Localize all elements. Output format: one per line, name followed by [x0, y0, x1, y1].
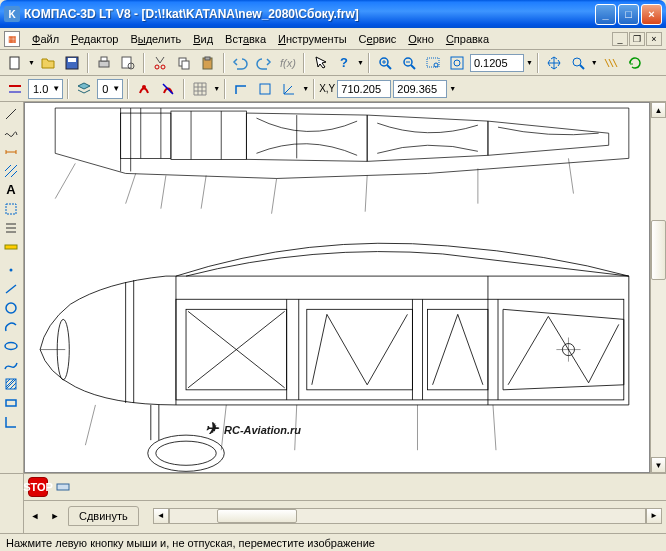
paste-button[interactable]: [197, 52, 219, 74]
copy-button[interactable]: [173, 52, 195, 74]
menu-tools[interactable]: Инструменты: [272, 31, 353, 47]
snap-point-button[interactable]: [133, 78, 155, 100]
layers-button[interactable]: [73, 78, 95, 100]
dropdown-arrow-icon[interactable]: ▼: [591, 59, 598, 66]
help-button[interactable]: ?: [333, 52, 355, 74]
scroll-down-button[interactable]: ▼: [651, 457, 666, 473]
svg-point-36: [6, 303, 16, 313]
separator: [224, 79, 226, 99]
menu-view[interactable]: Вид: [187, 31, 219, 47]
vertical-scrollbar[interactable]: ▲ ▼: [650, 102, 666, 473]
angle-button[interactable]: [254, 78, 276, 100]
menu-service[interactable]: Сервис: [353, 31, 403, 47]
grid-button[interactable]: [189, 78, 211, 100]
new-button[interactable]: [4, 52, 26, 74]
segment-tool[interactable]: [0, 279, 22, 298]
rect-tool[interactable]: [0, 393, 22, 412]
scroll-thumb-h[interactable]: [217, 509, 297, 523]
menu-edit[interactable]: Редактор: [65, 31, 124, 47]
minimize-button[interactable]: _: [595, 4, 616, 25]
svg-point-8: [161, 65, 165, 69]
coord-y-input[interactable]: [393, 80, 447, 98]
pointer-button[interactable]: [309, 52, 331, 74]
menu-select[interactable]: Выделить: [124, 31, 187, 47]
dropdown-arrow-icon[interactable]: ▼: [302, 85, 309, 92]
ortho-button[interactable]: [230, 78, 252, 100]
dropdown-arrow-icon[interactable]: ▼: [449, 85, 456, 92]
mdi-close-button[interactable]: ×: [646, 32, 662, 46]
line-style-button[interactable]: [4, 78, 26, 100]
line-width-combo[interactable]: 1.0 ▼: [28, 79, 63, 99]
zoom-out-button[interactable]: [398, 52, 420, 74]
svg-rect-4: [101, 57, 107, 61]
dim-tool[interactable]: [0, 142, 22, 161]
dropdown-arrow-icon[interactable]: ▼: [526, 59, 533, 66]
snap-off-button[interactable]: [157, 78, 179, 100]
redraw-button[interactable]: [600, 52, 622, 74]
menu-help[interactable]: Справка: [440, 31, 495, 47]
line-tool[interactable]: [0, 104, 22, 123]
function-button[interactable]: f(x): [277, 52, 299, 74]
coord-x-input[interactable]: [337, 80, 391, 98]
zoom-window-button[interactable]: [422, 52, 444, 74]
stop-button[interactable]: STOP: [28, 477, 48, 497]
close-button[interactable]: ×: [641, 4, 662, 25]
zoom-value-input[interactable]: [470, 54, 524, 72]
zoom-prev-button[interactable]: [567, 52, 589, 74]
hatch-tool[interactable]: [0, 161, 22, 180]
undo-button[interactable]: [229, 52, 251, 74]
cut-button[interactable]: [149, 52, 171, 74]
menu-window[interactable]: Окно: [402, 31, 440, 47]
line-width-value: 1.0: [33, 83, 48, 95]
tab-scroll-left[interactable]: ◄: [28, 505, 42, 527]
menu-file[interactable]: ФФайлайл: [26, 31, 65, 47]
layer-combo[interactable]: 0 ▼: [97, 79, 123, 99]
contour-tool[interactable]: [0, 412, 22, 431]
scroll-up-button[interactable]: ▲: [651, 102, 666, 118]
dropdown-arrow-icon[interactable]: ▼: [357, 59, 364, 66]
save-button[interactable]: [61, 52, 83, 74]
tab-move[interactable]: Сдвинуть: [68, 506, 139, 526]
mdi-minimize-button[interactable]: _: [612, 32, 628, 46]
window-controls: _ □ ×: [595, 4, 662, 25]
separator: [87, 53, 89, 73]
scroll-track[interactable]: [651, 118, 666, 457]
separator: [368, 53, 370, 73]
coord-button[interactable]: [278, 78, 300, 100]
scroll-right-button[interactable]: ►: [646, 508, 662, 524]
zoom-fit-button[interactable]: [446, 52, 468, 74]
ellipse-tool[interactable]: [0, 336, 22, 355]
mdi-restore-button[interactable]: ❐: [629, 32, 645, 46]
mdi-document-icon[interactable]: ▦: [4, 31, 20, 47]
hatch2-tool[interactable]: [0, 374, 22, 393]
redo-button[interactable]: [253, 52, 275, 74]
horizontal-scrollbar[interactable]: ◄ ►: [153, 508, 662, 524]
point-tool[interactable]: [0, 260, 22, 279]
dropdown-arrow-icon[interactable]: ▼: [28, 59, 35, 66]
spline-tool[interactable]: [0, 355, 22, 374]
command-option-button[interactable]: [52, 476, 74, 498]
params-tool[interactable]: [0, 218, 22, 237]
preview-button[interactable]: [117, 52, 139, 74]
text-tool[interactable]: A: [0, 180, 22, 199]
refresh-button[interactable]: [624, 52, 646, 74]
circle-tool[interactable]: [0, 298, 22, 317]
tab-scroll-right[interactable]: ►: [48, 505, 62, 527]
workspace: A: [0, 102, 666, 473]
scroll-thumb[interactable]: [651, 220, 666, 280]
maximize-button[interactable]: □: [618, 4, 639, 25]
print-button[interactable]: [93, 52, 115, 74]
scroll-left-button[interactable]: ◄: [153, 508, 169, 524]
arc-tool[interactable]: [0, 317, 22, 336]
wavy-line-tool[interactable]: [0, 123, 22, 142]
svg-point-28: [142, 85, 146, 89]
open-button[interactable]: [37, 52, 59, 74]
menu-insert[interactable]: Вставка: [219, 31, 272, 47]
drawing-canvas[interactable]: ✈ RC-Aviation.ru: [24, 102, 650, 473]
zoom-in-button[interactable]: [374, 52, 396, 74]
dropdown-arrow-icon[interactable]: ▼: [213, 85, 220, 92]
pan-button[interactable]: [543, 52, 565, 74]
edit-tool[interactable]: [0, 199, 22, 218]
scroll-track-h[interactable]: [169, 508, 646, 524]
measure-tool[interactable]: [0, 237, 22, 256]
